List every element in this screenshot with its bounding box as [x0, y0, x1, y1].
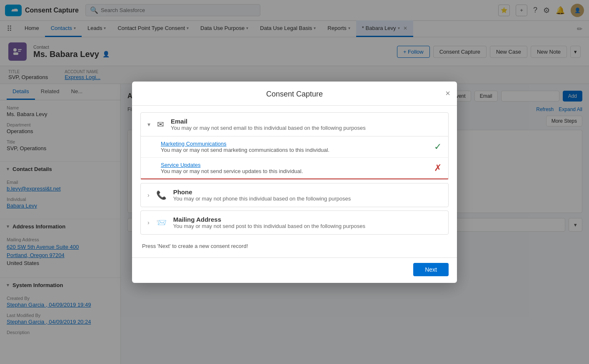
- modal-close-button[interactable]: ×: [445, 89, 450, 97]
- email-channel-icon: ✉: [157, 119, 164, 129]
- phone-channel-desc: You may or may not phone this individual…: [173, 196, 442, 202]
- mailing-channel-icon: 📨: [156, 218, 167, 228]
- marketing-desc: You may or may not send marketing commun…: [161, 147, 429, 153]
- consent-channel-email-header[interactable]: ▾ ✉ Email You may or may not send email …: [141, 113, 448, 136]
- phone-channel-title: Phone: [173, 188, 442, 196]
- mailing-channel-desc: You may or may not send post to this ind…: [173, 223, 442, 229]
- consent-channel-mailing: › 📨 Mailing Address You may or may not s…: [140, 210, 449, 235]
- modal-backdrop: Consent Capture × ▾ ✉ Email You may or m…: [0, 0, 589, 364]
- email-channel-caret: ▾: [147, 121, 150, 128]
- consent-channel-phone-header[interactable]: › 📞 Phone You may or may not phone this …: [141, 183, 448, 207]
- phone-channel-icon: 📞: [156, 190, 167, 200]
- service-check-icon: ✗: [434, 163, 442, 173]
- mailing-channel-title: Mailing Address: [173, 216, 442, 223]
- email-purposes: Marketing Communications You may or may …: [141, 136, 448, 179]
- marketing-title[interactable]: Marketing Communications: [161, 141, 429, 147]
- modal-footer: Next: [132, 258, 457, 283]
- consent-channel-email: ▾ ✉ Email You may or may not send email …: [140, 112, 449, 180]
- modal-title: Consent Capture: [266, 90, 323, 99]
- mailing-channel-info: Mailing Address You may or may not send …: [173, 216, 442, 229]
- consent-hint: Press 'Next' to create a new consent rec…: [140, 238, 449, 251]
- email-channel-info: Email You may or may not send email to t…: [171, 118, 442, 131]
- purpose-service-updates: Service Updates You may or may not send …: [141, 158, 448, 179]
- marketing-info: Marketing Communications You may or may …: [161, 141, 429, 153]
- mailing-channel-caret: ›: [147, 219, 150, 226]
- modal-header: Consent Capture ×: [132, 82, 457, 106]
- phone-channel-info: Phone You may or may not phone this indi…: [173, 188, 442, 202]
- consent-channel-phone: › 📞 Phone You may or may not phone this …: [140, 183, 449, 207]
- modal-body: ▾ ✉ Email You may or may not send email …: [132, 106, 457, 258]
- service-info: Service Updates You may or may not send …: [161, 162, 429, 174]
- marketing-check-icon: ✓: [434, 141, 442, 152]
- email-channel-desc: You may or may not send email to this in…: [171, 125, 442, 131]
- service-title[interactable]: Service Updates: [161, 162, 429, 168]
- consent-channel-mailing-header[interactable]: › 📨 Mailing Address You may or may not s…: [141, 211, 448, 234]
- service-desc: You may or may not send service updates …: [161, 168, 429, 174]
- purpose-marketing: Marketing Communications You may or may …: [141, 136, 448, 158]
- next-button[interactable]: Next: [413, 263, 449, 276]
- email-channel-title: Email: [171, 118, 442, 125]
- phone-channel-caret: ›: [147, 192, 150, 198]
- consent-capture-modal: Consent Capture × ▾ ✉ Email You may or m…: [132, 82, 457, 283]
